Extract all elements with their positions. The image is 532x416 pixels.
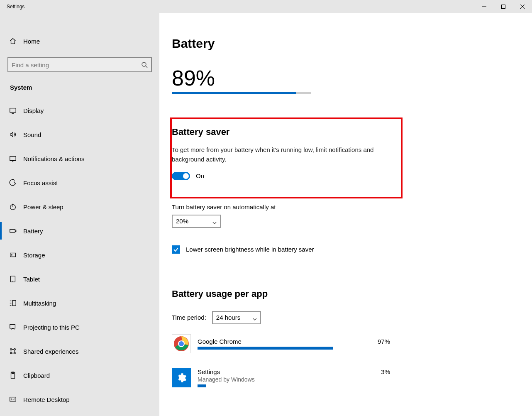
sidebar-item-focus-assist[interactable]: Focus assist xyxy=(0,171,159,195)
time-period-label: Time period: xyxy=(172,314,206,321)
battery-saver-toggle-label: On xyxy=(196,172,204,179)
chevron-down-icon xyxy=(253,316,257,320)
app-name: Settings xyxy=(198,368,220,375)
maximize-button[interactable] xyxy=(494,0,513,13)
app-pct: 3% xyxy=(381,368,390,375)
battery-icon xyxy=(9,227,23,235)
sidebar-home[interactable]: Home xyxy=(0,29,159,53)
sidebar-item-projecting[interactable]: Projecting to this PC xyxy=(0,315,159,339)
auto-threshold-dropdown[interactable]: 20% xyxy=(172,215,221,228)
time-period-value: 24 hours xyxy=(216,314,240,321)
sidebar-item-label: Notifications & actions xyxy=(23,155,85,162)
remote-desktop-icon xyxy=(9,396,23,403)
minimize-button[interactable] xyxy=(475,0,494,13)
usage-title: Battery usage per app xyxy=(172,289,520,299)
sound-icon xyxy=(9,131,23,138)
sidebar-home-label: Home xyxy=(23,38,40,45)
display-icon xyxy=(9,107,23,114)
sidebar-item-label: Sound xyxy=(23,131,41,138)
sidebar-item-notifications[interactable]: Notifications & actions xyxy=(0,147,159,171)
battery-saver-highlight: Battery saver To get more from your batt… xyxy=(170,117,403,198)
projecting-icon xyxy=(9,323,23,331)
page-title: Battery xyxy=(172,37,520,51)
app-name: Google Chrome xyxy=(198,338,242,345)
sidebar-item-remote-desktop[interactable]: Remote Desktop xyxy=(0,387,159,411)
sidebar-item-label: Battery xyxy=(23,228,43,235)
sidebar-item-label: Power & sleep xyxy=(23,203,63,210)
battery-progress xyxy=(172,92,311,94)
tablet-icon xyxy=(9,275,23,283)
window-controls xyxy=(475,0,532,13)
svg-rect-12 xyxy=(15,230,16,232)
sidebar-item-battery[interactable]: Battery xyxy=(0,219,159,243)
sidebar-item-display[interactable]: Display xyxy=(0,98,159,122)
svg-rect-11 xyxy=(10,229,15,232)
power-icon xyxy=(9,203,23,210)
app-row[interactable]: Settings 3% Managed by Windows xyxy=(172,368,520,387)
sidebar-item-label: Focus assist xyxy=(23,179,58,186)
brightness-checkbox-label: Lower screen brightness while in battery… xyxy=(186,246,314,253)
sidebar-item-label: Storage xyxy=(23,252,45,259)
svg-point-4 xyxy=(142,62,146,66)
svg-rect-1 xyxy=(502,5,505,9)
auto-on-label: Turn battery saver on automatically at xyxy=(172,203,520,210)
shared-icon xyxy=(9,347,23,355)
storage-icon xyxy=(9,251,23,259)
settings-app-icon xyxy=(172,368,191,387)
sidebar-item-label: Remote Desktop xyxy=(23,396,70,403)
sidebar-item-label: Clipboard xyxy=(23,372,50,379)
sidebar-item-label: Projecting to this PC xyxy=(23,324,80,331)
search-input-container[interactable] xyxy=(7,57,152,72)
chrome-icon xyxy=(172,334,191,353)
app-sub: Managed by Windows xyxy=(198,376,520,383)
svg-point-31 xyxy=(179,341,184,346)
svg-rect-20 xyxy=(12,301,16,306)
sidebar-item-label: Multitasking xyxy=(23,300,56,307)
svg-rect-8 xyxy=(10,157,16,161)
svg-point-23 xyxy=(14,349,16,350)
sidebar-item-shared-experiences[interactable]: Shared experiences xyxy=(0,339,159,363)
svg-point-25 xyxy=(14,352,16,354)
search-input[interactable] xyxy=(12,61,141,69)
window-title: Settings xyxy=(0,4,24,10)
battery-progress-fill xyxy=(172,92,296,94)
sidebar-item-clipboard[interactable]: Clipboard xyxy=(0,363,159,387)
multitasking-icon xyxy=(9,299,23,307)
notifications-icon xyxy=(9,155,23,162)
title-bar: Settings xyxy=(0,0,532,13)
battery-saver-toggle[interactable] xyxy=(172,172,190,180)
chevron-down-icon xyxy=(212,219,217,223)
svg-rect-13 xyxy=(10,253,16,257)
app-row[interactable]: Google Chrome 97% xyxy=(172,334,520,353)
search-icon xyxy=(141,61,148,68)
brightness-checkbox[interactable] xyxy=(172,245,180,254)
app-usage-bar xyxy=(198,384,206,387)
sidebar-item-label: Shared experiences xyxy=(23,348,78,355)
svg-point-24 xyxy=(10,352,12,354)
close-button[interactable] xyxy=(513,0,532,13)
sidebar-item-multitasking[interactable]: Multitasking xyxy=(0,291,159,315)
battery-saver-desc: To get more from your battery when it's … xyxy=(172,145,394,164)
battery-percent: 89% xyxy=(172,66,520,91)
sidebar: Home System Display Sound Notifications … xyxy=(0,13,159,416)
sidebar-item-label: Tablet xyxy=(23,276,40,283)
svg-line-5 xyxy=(146,66,147,68)
sidebar-item-tablet[interactable]: Tablet xyxy=(0,267,159,291)
home-icon xyxy=(9,37,23,45)
focus-assist-icon xyxy=(9,179,23,186)
auto-threshold-value: 20% xyxy=(176,218,188,225)
app-usage-bar xyxy=(198,347,333,350)
time-period-dropdown[interactable]: 24 hours xyxy=(212,311,261,324)
sidebar-item-sound[interactable]: Sound xyxy=(0,122,159,147)
svg-rect-21 xyxy=(10,325,15,328)
app-pct: 97% xyxy=(378,338,390,345)
sidebar-nav: Display Sound Notifications & actions Fo… xyxy=(0,98,159,411)
sidebar-item-storage[interactable]: Storage xyxy=(0,243,159,267)
clipboard-icon xyxy=(9,372,23,379)
sidebar-category: System xyxy=(0,72,159,98)
sidebar-item-power-sleep[interactable]: Power & sleep xyxy=(0,195,159,219)
svg-rect-6 xyxy=(10,108,16,113)
sidebar-item-label: Display xyxy=(23,107,44,114)
svg-point-14 xyxy=(11,254,12,255)
svg-rect-28 xyxy=(10,397,16,401)
